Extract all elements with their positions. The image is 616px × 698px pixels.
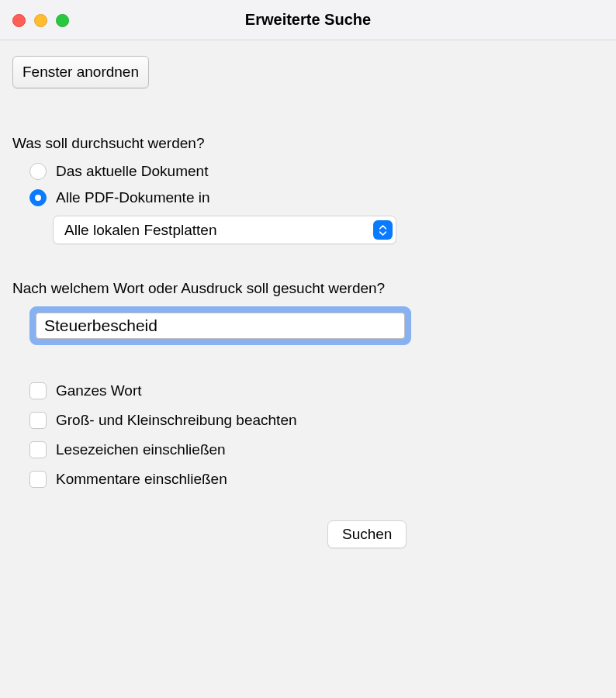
close-window-button[interactable] [12, 14, 26, 27]
maximize-window-button[interactable] [56, 14, 69, 27]
minimize-window-button[interactable] [34, 14, 47, 27]
search-scope-heading: Was soll durchsucht werden? [12, 135, 604, 152]
window-controls [12, 14, 69, 27]
option-whole-word[interactable]: Ganzes Wort [29, 382, 604, 399]
action-buttons: Suchen [12, 520, 604, 548]
window-titlebar: Erweiterte Suche [0, 0, 616, 40]
option-case-sensitive[interactable]: Groß- und Kleinschreibung beachten [29, 412, 604, 429]
search-button[interactable]: Suchen [327, 520, 407, 548]
scope-option-current-doc[interactable]: Das aktuelle Dokument [29, 163, 604, 180]
checkbox-label: Ganzes Wort [56, 382, 142, 399]
radio-selected-icon [29, 189, 47, 206]
search-term-input[interactable] [36, 313, 405, 339]
location-select-value: Alle lokalen Festplatten [53, 216, 396, 244]
radio-icon [29, 163, 47, 180]
dialog-content: Fenster anordnen Was soll durchsucht wer… [0, 40, 616, 564]
window-title: Erweiterte Suche [245, 11, 371, 29]
checkbox-label: Kommentare einschließen [56, 471, 227, 488]
option-include-comments[interactable]: Kommentare einschließen [29, 471, 604, 488]
scope-option-all-pdfs[interactable]: Alle PDF-Dokumente in [29, 189, 604, 206]
checkbox-icon [29, 382, 47, 399]
option-include-bookmarks[interactable]: Lesezeichen einschließen [29, 441, 604, 458]
checkbox-label: Groß- und Kleinschreibung beachten [56, 412, 297, 429]
checkbox-label: Lesezeichen einschließen [56, 441, 226, 458]
radio-label: Alle PDF-Dokumente in [56, 189, 210, 206]
radio-label: Das aktuelle Dokument [56, 163, 208, 180]
arrange-windows-button[interactable]: Fenster anordnen [12, 56, 149, 88]
search-options: Ganzes Wort Groß- und Kleinschreibung be… [29, 382, 604, 488]
search-term-heading: Nach welchem Wort oder Ausdruck soll ges… [12, 280, 604, 297]
checkbox-icon [29, 471, 47, 488]
select-arrows-icon [373, 220, 393, 240]
checkbox-icon [29, 441, 47, 458]
location-select[interactable]: Alle lokalen Festplatten [53, 216, 396, 244]
checkbox-icon [29, 412, 47, 429]
search-term-input-focus-ring [29, 306, 411, 345]
